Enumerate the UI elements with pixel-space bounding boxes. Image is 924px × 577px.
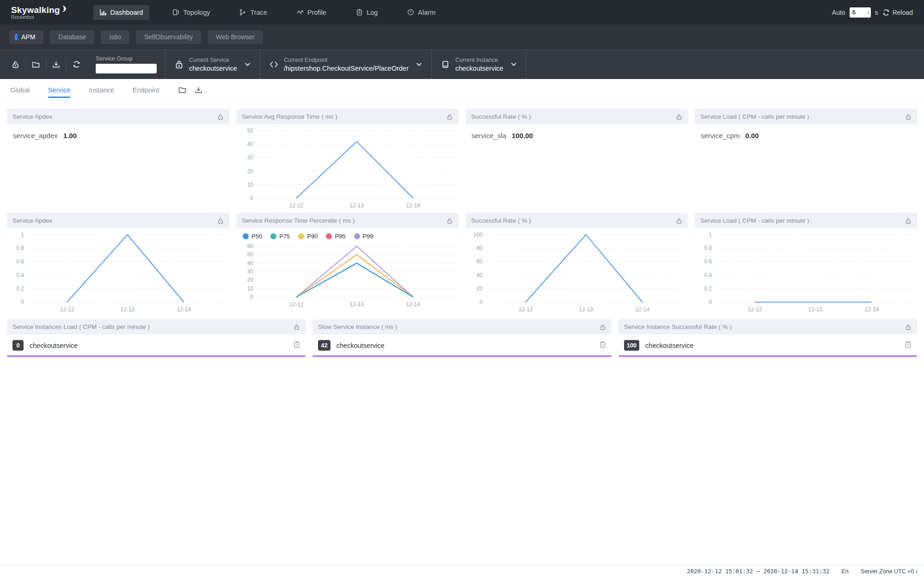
lock-icon[interactable] [447,218,453,224]
lock-icon[interactable] [905,114,912,120]
tab-service[interactable]: Service [48,79,70,101]
category-tab-apm[interactable]: APM [9,30,43,44]
instance-list-item[interactable]: 0 checkoutservice [7,334,306,355]
lock-icon [175,60,184,69]
lock-icon[interactable] [905,324,912,330]
legend-item-p75[interactable]: P75 [270,233,290,240]
lock-icon[interactable] [676,218,682,224]
folder-icon[interactable] [178,86,186,94]
chevron-down-icon [511,61,517,67]
svg-text:12-12: 12-12 [519,306,533,313]
legend-item-p95[interactable]: P95 [326,233,345,240]
category-tab-web-browser[interactable]: Web Browser [208,30,263,44]
nav-item-alarm[interactable]: Alarm [401,5,442,20]
tab-global[interactable]: Global [10,79,30,101]
svg-text:12-13: 12-13 [579,306,593,313]
server-zone-control[interactable]: Server Zone UTC +0 ▴▾ [861,568,918,575]
nav-label: Alarm [418,9,435,16]
nav-item-log[interactable]: Log [349,5,384,20]
service-group-field: Service Group [89,50,165,79]
export-icon[interactable] [195,86,202,94]
lock-icon[interactable] [294,324,300,330]
current-instance-selector[interactable]: Current Instance checkoutservice [432,50,526,79]
copy-icon[interactable] [905,341,912,350]
legend-item-p50[interactable]: P50 [243,233,262,240]
panel-title: Service Load ( CPM - calls per minute ) [700,113,809,120]
nav-item-profile[interactable]: Profile [290,5,333,20]
svg-text:100: 100 [473,231,483,238]
svg-text:0.6: 0.6 [704,258,712,265]
lock-button[interactable] [6,61,25,68]
copy-icon[interactable] [294,341,300,350]
metric-value: 100.00 [512,132,533,140]
export-template-button[interactable] [46,61,66,68]
auto-interval-stepper[interactable]: ▴▾ [850,7,871,18]
app-title: Skywalking [11,5,60,15]
svg-text:12-14: 12-14 [864,306,879,313]
tab-instance[interactable]: Instance [89,79,114,101]
category-tab-database[interactable]: Database [50,30,94,44]
lock-icon[interactable] [217,114,224,120]
current-service-selector[interactable]: Current Service checkoutservice [165,50,260,79]
lock-icon[interactable] [676,114,682,120]
nav-item-topology[interactable]: Topology [166,5,216,20]
svg-text:12-13: 12-13 [349,202,364,209]
svg-text:80: 80 [477,245,483,251]
svg-text:1: 1 [21,231,24,238]
dashboard-content: Service Apdex service_apdex 1.00 Service… [0,101,924,357]
svg-text:0.2: 0.2 [704,285,712,292]
avg-response-time-chart[interactable]: 0102030405012-1212-1312-14 [236,124,459,211]
svg-text:20: 20 [477,285,483,292]
time-range-picker[interactable]: 2020-12-12 15:01:32 ~ 2020-12-14 15:31:3… [687,568,830,575]
value-bar [7,355,306,357]
category-label: Database [58,33,86,41]
svg-text:10: 10 [247,182,254,188]
refresh-icon [882,9,890,16]
legend-item-p99[interactable]: P99 [354,233,373,240]
nav-item-dashboard[interactable]: Dashboard [93,5,150,20]
stepper-arrows[interactable]: ▴▾ [916,569,918,574]
service-group-label: Service Group [96,55,157,62]
current-endpoint-selector[interactable]: Current Endpoint /hipstershop.CheckoutSe… [260,50,432,79]
category-tab-selfobservability[interactable]: SelfObservability [136,30,201,44]
service-load-chart[interactable]: 00.20.40.60.8112-1212-1312-14 [695,228,917,315]
successful-rate-chart[interactable]: 02040608010012-1212-1312-14 [465,228,688,315]
svg-text:12-14: 12-14 [177,306,191,313]
language-switch[interactable]: En [842,568,849,575]
nav-label: Dashboard [110,9,143,16]
reload-button[interactable]: Reload [882,9,913,16]
service-group-input[interactable] [96,64,157,73]
import-template-button[interactable] [26,61,46,68]
service-apdex-chart[interactable]: 00.20.40.60.8112-1212-1312-14 [7,228,229,315]
instance-list-item[interactable]: 100 checkoutservice [618,334,917,355]
panel-title: Service Response Time Percentile ( ms ) [242,217,355,224]
svg-text:12-12: 12-12 [289,301,304,308]
panel-header: Service Apdex [7,213,229,228]
lock-icon[interactable] [600,324,606,330]
copy-icon[interactable] [600,341,606,350]
refresh-templates-button[interactable] [67,61,86,68]
panel-header: Service Load ( CPM - calls per minute ) [695,213,917,228]
nav-item-trace[interactable]: Trace [233,5,274,20]
lock-icon[interactable] [905,218,912,224]
tab-endpoint[interactable]: Endpoint [133,79,159,101]
svg-text:0.4: 0.4 [704,272,712,279]
category-label: APM [21,33,35,41]
panel-title: Service Apdex [12,217,52,224]
lock-icon[interactable] [447,114,453,120]
svg-text:12-14: 12-14 [406,301,420,308]
lock-icon[interactable] [217,218,224,224]
stepper-arrows[interactable]: ▴▾ [868,10,869,15]
category-tab-istio[interactable]: Istio [101,30,129,44]
svg-text:40: 40 [477,272,483,279]
crescent-logo-icon [61,5,67,13]
instance-list-item[interactable]: 42 checkoutservice [312,334,611,355]
auto-interval-input[interactable] [852,9,864,16]
dashboard-toolbar: Service Group Current Service checkoutse… [0,49,924,79]
nav-label: Log [367,9,378,16]
legend-item-p90[interactable]: P90 [298,233,318,240]
app-logo[interactable]: Skywalking Rocketbot [11,5,67,20]
svg-text:1: 1 [709,231,712,238]
export-icon [52,61,60,68]
percentile-chart[interactable]: 010203040506012-1212-1312-14 [236,240,459,310]
